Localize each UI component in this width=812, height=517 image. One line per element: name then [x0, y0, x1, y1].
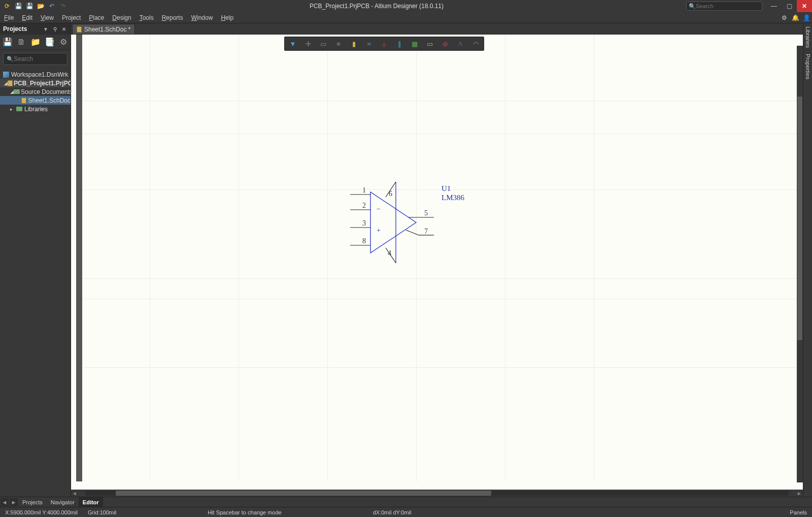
projects-tree: Workspace1.DsnWrk ◢ PCB_Project1.PrjPCB … — [0, 68, 71, 497]
component-designator[interactable]: U1 — [442, 184, 451, 192]
open-folder-icon[interactable]: 📂 — [37, 2, 45, 10]
minimize-button[interactable]: ― — [766, 0, 782, 12]
menu-window[interactable]: Window — [187, 13, 217, 22]
move-icon[interactable]: ✛ — [303, 39, 313, 49]
align-icon[interactable]: ≡ — [333, 39, 344, 49]
horizontal-scrollbar[interactable]: ◄ ► — [71, 490, 803, 497]
panel-dropdown-icon[interactable]: ▼ — [42, 25, 49, 33]
place-bus-icon[interactable]: ∥ — [394, 39, 404, 49]
compile-icon[interactable]: 📑 — [45, 38, 54, 47]
tree-project[interactable]: ◢ PCB_Project1.PrjPCB — [0, 79, 71, 87]
svg-marker-0 — [370, 192, 416, 253]
projects-search[interactable]: 🔍 — [3, 53, 67, 65]
schematic-doc-icon — [21, 98, 26, 104]
place-part-icon[interactable]: ▮ — [349, 39, 359, 49]
pin-number: 5 — [424, 209, 428, 217]
menu-project[interactable]: Project — [58, 13, 85, 22]
svg-text:−: − — [377, 205, 381, 213]
redo-icon[interactable]: ↷ — [59, 2, 67, 10]
global-search[interactable]: 🔍 — [686, 2, 762, 11]
pin-number: 4 — [388, 249, 391, 257]
scroll-left-icon[interactable]: ◄ — [71, 490, 78, 497]
menu-place[interactable]: Place — [85, 13, 108, 22]
menu-design[interactable]: Design — [108, 13, 135, 22]
status-delta: dX:0mil dY:0mil — [368, 509, 417, 515]
pin-number: 6 — [389, 190, 392, 198]
place-harness-icon[interactable]: ▦ — [410, 39, 420, 49]
bottom-tab-navigator[interactable]: Navigator — [47, 497, 79, 507]
component-value[interactable]: LM386 — [442, 193, 465, 202]
global-search-input[interactable] — [696, 3, 766, 9]
new-doc-icon[interactable]: 💾 — [3, 38, 12, 47]
open-doc-icon[interactable]: 📁 — [31, 38, 40, 47]
pin-number: 8 — [362, 237, 366, 245]
active-bar-toolbar: ▼ ✛ ▭ ≡ ▮ ≈ ⏚ ∥ ▦ ▭ ⊘ A ◠ — [284, 37, 484, 51]
schematic-canvas[interactable]: ▼ ✛ ▭ ≡ ▮ ≈ ⏚ ∥ ▦ ▭ ⊘ A ◠ — [71, 35, 803, 490]
tree-libraries[interactable]: ▸ Libraries — [0, 105, 71, 113]
projects-panel-title: Projects — [3, 25, 40, 33]
undo-icon[interactable]: ↶ — [48, 2, 56, 10]
user-account-icon[interactable]: 👤 — [801, 12, 812, 23]
tree-workspace[interactable]: Workspace1.DsnWrk — [0, 70, 71, 79]
status-coordinates: X:5900.000mil Y:4000.000mil — [0, 509, 83, 515]
selection-icon[interactable]: ▭ — [318, 39, 328, 49]
place-wire-icon[interactable]: ≈ — [364, 39, 374, 49]
menu-edit[interactable]: Edit — [18, 13, 37, 22]
filter-icon[interactable]: ▼ — [288, 39, 298, 49]
vertical-scrollbar[interactable] — [797, 46, 803, 482]
document-tab[interactable]: Sheet1.SchDoc * — [72, 24, 135, 34]
projects-panel: Projects ▼ ⚲ ✕ 💾 🗎 📁 📑 ⚙ 🔍 Workspace1.Ds… — [0, 23, 71, 497]
search-icon: 🔍 — [689, 3, 696, 10]
folder-icon — [14, 89, 20, 94]
save-icon[interactable]: 💾 — [14, 2, 22, 10]
save-all-icon[interactable]: 💾 — [25, 2, 33, 10]
tree-source-folder[interactable]: ◢ Source Documents — [0, 87, 71, 96]
menu-file[interactable]: File — [0, 13, 18, 22]
no-erc-icon[interactable]: ⊘ — [440, 39, 450, 49]
panel-tab-properties[interactable]: Properties — [805, 51, 811, 82]
tab-scroll-right-icon[interactable]: ► — [10, 498, 18, 506]
panel-pin-icon[interactable]: ⚲ — [51, 25, 58, 33]
tree-label: Source Documents — [21, 88, 71, 95]
workspace-icon — [3, 72, 9, 78]
twisty-icon[interactable]: ▸ — [10, 107, 15, 112]
twisty-icon[interactable]: ◢ — [10, 89, 14, 94]
place-directive-icon[interactable]: ▭ — [425, 39, 435, 49]
twisty-icon[interactable]: ◢ — [4, 81, 8, 86]
document-tab-bar: Sheet1.SchDoc * — [71, 23, 803, 35]
scroll-right-icon[interactable]: ► — [796, 490, 803, 497]
tree-sheet[interactable]: Sheet1.SchDoc — [0, 96, 71, 105]
pin-number: 1 — [362, 186, 366, 194]
project-icon — [8, 80, 13, 86]
tab-scroll-left-icon[interactable]: ◄ — [1, 498, 9, 506]
bottom-tab-strip: ◄ ► Projects Navigator Editor — [0, 497, 812, 507]
menu-reports[interactable]: Reports — [158, 13, 187, 22]
schematic-component[interactable]: − + 1 2 3 8 6 4 — [320, 177, 513, 278]
maximize-button[interactable]: ▢ — [782, 0, 797, 12]
settings-gear-icon[interactable]: ⚙ — [779, 12, 790, 23]
panel-close-icon[interactable]: ✕ — [60, 25, 67, 33]
menu-view[interactable]: View — [37, 13, 58, 22]
bottom-tab-projects[interactable]: Projects — [18, 497, 47, 507]
place-text-icon[interactable]: A — [455, 39, 465, 49]
place-power-icon[interactable]: ⏚ — [379, 39, 389, 49]
menu-help[interactable]: Help — [217, 13, 238, 22]
tree-label: Workspace1.DsnWrk — [11, 71, 68, 78]
close-button[interactable]: ✕ — [797, 0, 812, 12]
tree-label: Libraries — [24, 106, 48, 113]
panel-tab-libraries[interactable]: Libraries — [805, 23, 811, 51]
place-arc-icon[interactable]: ◠ — [470, 39, 481, 49]
panels-button[interactable]: Panels — [785, 509, 812, 515]
document-tab-label: Sheet1.SchDoc * — [84, 26, 130, 33]
right-panel-strip: Libraries Properties — [803, 23, 812, 497]
pin-number: 2 — [362, 202, 366, 209]
search-icon: 🔍 — [7, 56, 14, 62]
pin-number: 7 — [424, 228, 428, 235]
project-options-icon[interactable]: ⚙ — [59, 38, 68, 47]
menu-tools[interactable]: Tools — [136, 13, 158, 22]
projects-panel-header[interactable]: Projects ▼ ⚲ ✕ — [0, 23, 71, 35]
notifications-bell-icon[interactable]: 🔔 — [790, 12, 801, 23]
status-bar: X:5900.000mil Y:4000.000mil Grid:100mil … — [0, 507, 812, 517]
bottom-tab-editor[interactable]: Editor — [79, 497, 103, 507]
add-doc-icon[interactable]: 🗎 — [17, 38, 26, 47]
